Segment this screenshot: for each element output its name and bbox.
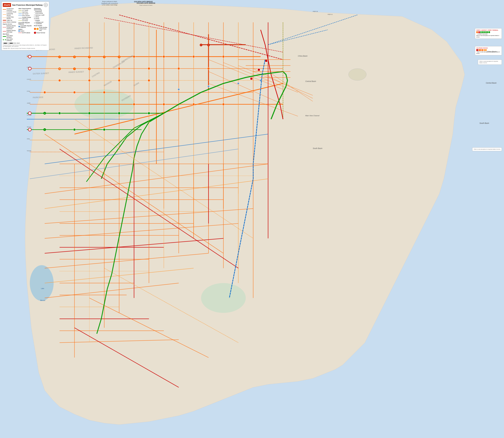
svg-point-91 [118,79,120,82]
map-svg: Geary Fulton Lincoln Irving Judah Norieg… [0,0,504,438]
svg-point-87 [178,67,180,70]
svg-text:PARKSIDE: PARKSIDE [33,96,43,99]
svg-text:PIER 41: PIER 41 [328,14,333,15]
svg-text:MUNI: MUNI [45,5,46,6]
svg-text:Ulloa: Ulloa [27,138,30,140]
legend-section-metro: Muni Metro [3,33,17,35]
svg-text:Lincoln: Lincoln [27,78,31,80]
copyright-text: Printed by SF/Muni, San Francisco Index … [3,44,48,47]
svg-text:Road continues to Marin: Road continues to Marin [139,5,152,6]
general-note-box: *Refer to route descriptions for importa… [478,60,502,65]
svg-point-103 [148,112,150,114]
service-note-text: *Refer to route descriptions for importa… [474,149,500,150]
svg-point-88 [207,67,210,70]
svg-point-109 [237,82,239,85]
svg-point-3 [201,283,246,313]
legend-item-stairway: Stairway or path [35,14,44,16]
svg-text:C: C [208,44,209,46]
svg-text:Merced: Merced [40,300,45,301]
svg-point-95 [103,91,106,94]
legend-item-samtrans: SamTrans [22,11,28,13]
svg-point-102 [118,112,120,114]
svg-point-98 [193,103,195,106]
golden-gate-bridge-label: GOLDEN GATE BRIDGE [134,1,153,2]
svg-text:Vicente: Vicente [27,150,31,152]
legend-item-community: Community Service [7,13,17,16]
legend-item-overcrossing: Pedestrians Overcrossing [35,11,48,14]
legend-item-library: Library [35,16,39,18]
svg-text:5: 5 [119,56,120,58]
svg-point-94 [73,91,76,94]
svg-point-89 [58,79,61,82]
svg-point-82 [193,55,195,58]
svg-text:Irving: Irving [27,90,30,92]
legend-item-accessible: Accessible Wayside Platforms [21,25,32,28]
legend-section-other-transit: Other Transit Systems [19,8,32,9]
svg-point-86 [148,67,150,70]
central-basin-label: Central Basin [486,82,497,84]
legend-item-route-num: Route Number / Peak Hours Only [39,27,48,31]
svg-point-117 [28,128,31,131]
scale-label: 0 [3,43,3,44]
svg-text:China Basin: China Basin [298,55,308,57]
legend-item-buildings: Buildings and Landmarks [36,22,48,24]
svg-text:Noriega: Noriega [27,114,32,116]
legend-item-downtown: To and From Downtown [7,8,17,11]
scale-bar: 0 1 MILE [3,43,48,44]
service-note-box: *Refer to route descriptions for importa… [472,147,502,151]
svg-text:5R: 5R [59,68,60,70]
legend-item-metro-subway: Muni Metro (subway) [7,38,17,41]
svg-text:Judah: Judah [27,102,31,104]
svg-text:Central Basin: Central Basin [305,80,316,82]
svg-point-93 [43,91,46,94]
scale-end: 1 MILE [16,43,20,44]
svg-point-107 [178,88,180,90]
svg-point-106 [103,128,106,131]
legend-col-3: Pedestrians Overcrossing ↑ Pedestrians O… [34,8,48,42]
legend-section-route-num: Route Number [34,25,48,26]
muni-logo: muni [3,3,11,7]
legend-item-cablecar: Cable Car [7,20,12,21]
svg-text:Taraval: Taraval [27,126,31,128]
svg-text:2: 2 [74,56,75,58]
svg-text:7R: 7R [89,68,90,70]
svg-text:PIER 39: PIER 39 [313,11,318,12]
svg-rect-113 [265,60,268,62]
legend-item-ferry: Ferry Service [22,15,30,16]
svg-point-97 [163,103,165,106]
note-text: *Refer to route descriptions for importa… [479,61,500,64]
china-basin-label: China Basin [487,51,497,53]
legend-item-express1: Express Service To and From Downtown [7,25,17,30]
legend-header: muni San Francisco Municipal Railway SAN… [3,3,48,7]
legend-item-presidio: Presidio Shuttle (with stop) [22,17,32,20]
gg-bridge-note: Route continues to MarinHeadlands with c… [101,1,118,6]
svg-text:4: 4 [104,56,105,58]
svg-point-90 [88,79,91,82]
svg-point-83 [222,55,225,58]
svg-text:P: P [201,44,202,46]
legend-item-bart-caltrain: BART/Caltrain [22,32,30,33]
svg-text:Main View Channel: Main View Channel [305,115,320,117]
map-container: Geary Fulton Lincoln Irving Judah Norieg… [0,0,504,438]
svg-text:South Basin: South Basin [313,147,322,149]
svg-text:7: 7 [74,68,75,70]
legend-item-school: School [35,18,39,19]
svg-text:Fulton: Fulton [27,66,31,68]
svg-point-85 [118,67,120,70]
svg-text:L: L [44,129,45,130]
svg-rect-111 [250,77,253,80]
svg-point-92 [148,79,150,82]
legend-section-pedestrians: Pedestrians Overcrossing [34,8,48,11]
sf-seal: SAN FRANCISCO MUNI [44,3,48,7]
svg-point-108 [207,85,210,88]
svg-point-4 [30,265,54,301]
legend-item-hospital: Hospital [35,20,40,21]
svg-text:3: 3 [89,56,90,58]
svg-text:Lake: Lake [41,288,44,289]
legend-section-accessible: Accessible Wayside Platforms [19,22,32,25]
legend-item-limited: Limited Stop Service [7,16,17,19]
legend-item-gg-transit: GG Transit [22,13,28,15]
legend-section-station: Station [19,29,32,30]
legend-panel: muni San Francisco Municipal Railway SAN… [1,1,49,50]
svg-point-81 [163,55,165,58]
